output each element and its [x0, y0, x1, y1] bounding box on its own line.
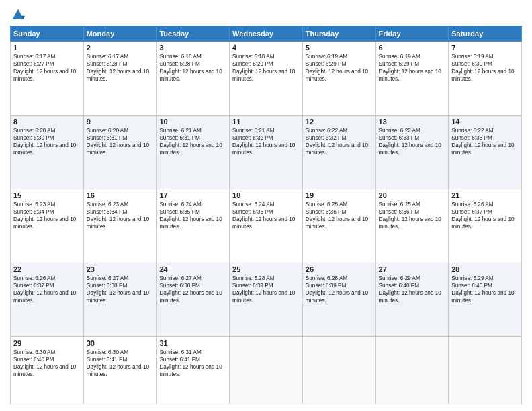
cell-info: Sunrise: 6:28 AMSunset: 6:39 PMDaylight:… — [306, 275, 373, 304]
day-number: 23 — [87, 265, 154, 273]
calendar-cell — [449, 336, 522, 404]
day-number: 15 — [13, 191, 81, 199]
calendar-cell: 27Sunrise: 6:29 AMSunset: 6:40 PMDayligh… — [375, 263, 449, 336]
cell-info: Sunrise: 6:31 AMSunset: 6:41 PMDaylight:… — [159, 349, 226, 378]
day-number: 6 — [379, 44, 446, 52]
day-number: 31 — [159, 339, 226, 347]
col-header-saturday: Saturday — [449, 26, 522, 42]
day-number: 7 — [451, 44, 519, 52]
day-number: 24 — [159, 265, 226, 273]
cell-info: Sunrise: 6:20 AMSunset: 6:30 PMDaylight:… — [13, 127, 81, 156]
day-number: 11 — [232, 118, 300, 126]
col-header-wednesday: Wednesday — [230, 26, 303, 42]
day-number: 20 — [379, 191, 446, 199]
calendar-cell: 15Sunrise: 6:23 AMSunset: 6:34 PMDayligh… — [11, 189, 84, 263]
cell-info: Sunrise: 6:27 AMSunset: 6:38 PMDaylight:… — [159, 275, 226, 304]
day-number: 26 — [306, 265, 373, 273]
cell-info: Sunrise: 6:18 AMSunset: 6:28 PMDaylight:… — [159, 53, 226, 83]
cell-info: Sunrise: 6:20 AMSunset: 6:31 PMDaylight:… — [87, 127, 154, 156]
col-header-friday: Friday — [375, 26, 449, 42]
cell-info: Sunrise: 6:22 AMSunset: 6:33 PMDaylight:… — [451, 127, 519, 156]
col-header-thursday: Thursday — [302, 26, 375, 42]
cell-info: Sunrise: 6:18 AMSunset: 6:29 PMDaylight:… — [232, 53, 300, 83]
calendar-cell: 22Sunrise: 6:26 AMSunset: 6:37 PMDayligh… — [11, 263, 84, 336]
cell-info: Sunrise: 6:23 AMSunset: 6:34 PMDaylight:… — [13, 201, 81, 230]
calendar-cell: 3Sunrise: 6:18 AMSunset: 6:28 PMDaylight… — [157, 42, 230, 116]
header — [10, 7, 522, 21]
cell-info: Sunrise: 6:29 AMSunset: 6:40 PMDaylight:… — [379, 275, 446, 304]
cell-info: Sunrise: 6:29 AMSunset: 6:40 PMDaylight:… — [451, 275, 519, 304]
cell-info: Sunrise: 6:28 AMSunset: 6:39 PMDaylight:… — [232, 275, 300, 304]
cell-info: Sunrise: 6:22 AMSunset: 6:33 PMDaylight:… — [379, 127, 446, 156]
calendar-cell: 18Sunrise: 6:24 AMSunset: 6:35 PMDayligh… — [230, 189, 303, 263]
calendar-cell — [230, 336, 303, 404]
day-number: 18 — [232, 191, 300, 199]
calendar-cell: 5Sunrise: 6:19 AMSunset: 6:29 PMDaylight… — [302, 42, 375, 116]
calendar-cell: 9Sunrise: 6:20 AMSunset: 6:31 PMDaylight… — [83, 115, 157, 189]
calendar-cell: 29Sunrise: 6:30 AMSunset: 6:40 PMDayligh… — [11, 336, 84, 404]
calendar-cell: 13Sunrise: 6:22 AMSunset: 6:33 PMDayligh… — [375, 115, 449, 189]
day-number: 21 — [451, 191, 519, 199]
calendar-cell: 30Sunrise: 6:30 AMSunset: 6:41 PMDayligh… — [83, 336, 157, 404]
calendar-cell: 26Sunrise: 6:28 AMSunset: 6:39 PMDayligh… — [302, 263, 375, 336]
cell-info: Sunrise: 6:30 AMSunset: 6:41 PMDaylight:… — [87, 349, 154, 378]
cell-info: Sunrise: 6:19 AMSunset: 6:30 PMDaylight:… — [451, 53, 519, 83]
calendar-cell: 6Sunrise: 6:19 AMSunset: 6:29 PMDaylight… — [375, 42, 449, 116]
calendar-cell: 16Sunrise: 6:23 AMSunset: 6:34 PMDayligh… — [83, 189, 157, 263]
cell-info: Sunrise: 6:17 AMSunset: 6:28 PMDaylight:… — [87, 53, 154, 83]
cell-info: Sunrise: 6:17 AMSunset: 6:27 PMDaylight:… — [13, 53, 81, 83]
day-number: 19 — [306, 191, 373, 199]
calendar-cell: 4Sunrise: 6:18 AMSunset: 6:29 PMDaylight… — [230, 42, 303, 116]
calendar-cell: 8Sunrise: 6:20 AMSunset: 6:30 PMDaylight… — [11, 115, 84, 189]
calendar-cell — [375, 336, 449, 404]
cell-info: Sunrise: 6:26 AMSunset: 6:37 PMDaylight:… — [13, 275, 81, 304]
calendar-cell: 19Sunrise: 6:25 AMSunset: 6:36 PMDayligh… — [302, 189, 375, 263]
svg-marker-0 — [13, 9, 24, 19]
day-number: 4 — [232, 44, 300, 52]
day-number: 16 — [87, 191, 154, 199]
day-number: 28 — [451, 265, 519, 273]
calendar-cell: 12Sunrise: 6:22 AMSunset: 6:32 PMDayligh… — [302, 115, 375, 189]
calendar-cell: 21Sunrise: 6:26 AMSunset: 6:37 PMDayligh… — [449, 189, 522, 263]
logo — [10, 7, 25, 21]
day-number: 13 — [379, 118, 446, 126]
calendar-cell: 28Sunrise: 6:29 AMSunset: 6:40 PMDayligh… — [449, 263, 522, 336]
cell-info: Sunrise: 6:30 AMSunset: 6:40 PMDaylight:… — [13, 349, 81, 378]
calendar-cell: 23Sunrise: 6:27 AMSunset: 6:38 PMDayligh… — [83, 263, 157, 336]
day-number: 5 — [306, 44, 373, 52]
day-number: 9 — [87, 118, 154, 126]
cell-info: Sunrise: 6:25 AMSunset: 6:36 PMDaylight:… — [306, 201, 373, 230]
calendar-cell: 25Sunrise: 6:28 AMSunset: 6:39 PMDayligh… — [230, 263, 303, 336]
calendar-cell — [302, 336, 375, 404]
day-number: 10 — [159, 118, 226, 126]
day-number: 2 — [87, 44, 154, 52]
calendar-cell: 17Sunrise: 6:24 AMSunset: 6:35 PMDayligh… — [157, 189, 230, 263]
cell-info: Sunrise: 6:23 AMSunset: 6:34 PMDaylight:… — [87, 201, 154, 230]
calendar-cell: 24Sunrise: 6:27 AMSunset: 6:38 PMDayligh… — [157, 263, 230, 336]
day-number: 3 — [159, 44, 226, 52]
day-number: 12 — [306, 118, 373, 126]
cell-info: Sunrise: 6:27 AMSunset: 6:38 PMDaylight:… — [87, 275, 154, 304]
calendar-cell: 20Sunrise: 6:25 AMSunset: 6:36 PMDayligh… — [375, 189, 449, 263]
cell-info: Sunrise: 6:19 AMSunset: 6:29 PMDaylight:… — [306, 53, 373, 83]
col-header-monday: Monday — [83, 26, 157, 42]
cell-info: Sunrise: 6:21 AMSunset: 6:32 PMDaylight:… — [232, 127, 300, 156]
calendar-cell: 2Sunrise: 6:17 AMSunset: 6:28 PMDaylight… — [83, 42, 157, 116]
page: SundayMondayTuesdayWednesdayThursdayFrid… — [0, 0, 532, 411]
cell-info: Sunrise: 6:26 AMSunset: 6:37 PMDaylight:… — [451, 201, 519, 230]
day-number: 25 — [232, 265, 300, 273]
calendar-table: SundayMondayTuesdayWednesdayThursdayFrid… — [10, 26, 522, 404]
col-header-sunday: Sunday — [11, 26, 84, 42]
calendar-cell: 11Sunrise: 6:21 AMSunset: 6:32 PMDayligh… — [230, 115, 303, 189]
cell-info: Sunrise: 6:21 AMSunset: 6:31 PMDaylight:… — [159, 127, 226, 156]
day-number: 29 — [13, 339, 81, 347]
day-number: 14 — [451, 118, 519, 126]
day-number: 22 — [13, 265, 81, 273]
day-number: 17 — [159, 191, 226, 199]
cell-info: Sunrise: 6:24 AMSunset: 6:35 PMDaylight:… — [159, 201, 226, 230]
calendar-cell: 31Sunrise: 6:31 AMSunset: 6:41 PMDayligh… — [157, 336, 230, 404]
cell-info: Sunrise: 6:24 AMSunset: 6:35 PMDaylight:… — [232, 201, 300, 230]
calendar-cell: 1Sunrise: 6:17 AMSunset: 6:27 PMDaylight… — [11, 42, 84, 116]
day-number: 1 — [13, 44, 81, 52]
col-header-tuesday: Tuesday — [157, 26, 230, 42]
